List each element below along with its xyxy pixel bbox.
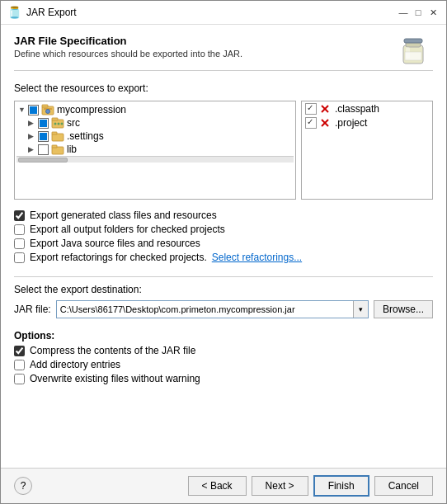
jar-file-label: JAR file:	[14, 304, 51, 315]
close-button[interactable]: ✕	[426, 6, 440, 19]
export-class-files-checkbox[interactable]	[14, 210, 25, 221]
select-refactorings-link[interactable]: Select refactorings...	[212, 252, 302, 263]
tree-arrow-settings: ▶	[28, 132, 38, 140]
option-row-2: Add directory entries	[14, 359, 433, 370]
cancel-button[interactable]: Cancel	[374, 476, 433, 496]
add-directory-label: Add directory entries	[30, 359, 120, 370]
tree-check-mycompression[interactable]	[28, 105, 39, 115]
options-label: Options:	[14, 330, 433, 341]
export-source-files-checkbox[interactable]	[14, 238, 25, 249]
compress-checkbox[interactable]	[14, 346, 25, 356]
next-button[interactable]: Next >	[252, 476, 308, 496]
export-output-folders-checkbox[interactable]	[14, 224, 25, 235]
section-desc: Define which resources should be exporte…	[14, 49, 433, 59]
project-check[interactable]	[305, 117, 317, 129]
overwrite-checkbox[interactable]	[14, 374, 25, 384]
footer: ? < Back Next > Finish Cancel	[1, 468, 446, 503]
back-button[interactable]: < Back	[188, 476, 247, 496]
window-title: JAR Export	[26, 7, 397, 18]
lib-folder-icon	[51, 144, 64, 155]
export-class-files-label: Export generated class files and resourc…	[30, 210, 217, 221]
browse-button[interactable]: Browse...	[374, 300, 433, 318]
main-content: JAR File Specification Define which reso…	[1, 25, 446, 468]
export-source-files-label: Export Java source files and resources	[30, 238, 200, 249]
tree-panel-container: ▼ mycompression ▶	[14, 101, 433, 200]
right-panel: .classpath .project	[301, 101, 433, 200]
checkbox-row-1: Export generated class files and resourc…	[14, 210, 433, 221]
tree-item-src[interactable]: ▶ src	[16, 116, 294, 130]
header-area: JAR File Specification Define which reso…	[14, 35, 433, 71]
svg-rect-15	[52, 132, 57, 134]
resource-tree[interactable]: ▼ mycompression ▶	[14, 101, 296, 200]
tree-label-lib: lib	[67, 144, 77, 155]
jar-file-input-wrapper: ▾	[56, 300, 369, 318]
right-item-classpath[interactable]: .classpath	[305, 103, 429, 115]
svg-rect-2	[404, 39, 422, 43]
dest-label: Select the export destination:	[14, 284, 433, 295]
tree-check-settings[interactable]	[38, 131, 49, 142]
jar-file-input[interactable]	[57, 301, 353, 318]
dest-row: JAR file: ▾ Browse...	[14, 300, 433, 318]
export-refactorings-checkbox[interactable]	[14, 252, 25, 263]
options-checkboxes: Compress the contents of the JAR file Ad…	[14, 345, 433, 384]
window-controls: — □ ✕	[397, 6, 440, 19]
tree-hscrollbar[interactable]	[16, 156, 294, 163]
option-row-3: Overwrite existing files without warning	[14, 373, 433, 384]
checkbox-row-3: Export Java source files and resources	[14, 238, 433, 249]
svg-rect-4	[405, 52, 421, 60]
jar-file-dropdown[interactable]: ▾	[353, 301, 368, 318]
export-options-section: Export generated class files and resourc…	[14, 210, 433, 263]
help-button[interactable]: ?	[14, 477, 32, 495]
finish-button[interactable]: Finish	[313, 475, 369, 497]
classpath-check[interactable]	[305, 103, 317, 115]
svg-point-12	[58, 123, 60, 125]
right-item-project[interactable]: .project	[305, 117, 429, 129]
x-icon-classpath	[320, 104, 330, 114]
tree-arrow-src: ▶	[28, 119, 38, 127]
tree-item-mycompression[interactable]: ▼ mycompression	[16, 103, 294, 116]
minimize-button[interactable]: —	[397, 6, 410, 19]
checkbox-row-2: Export all output folders for checked pr…	[14, 224, 433, 235]
tree-check-lib[interactable]	[38, 144, 49, 155]
section-title: JAR File Specification	[14, 35, 433, 47]
project-label: .project	[335, 117, 367, 129]
classpath-label: .classpath	[335, 103, 379, 115]
tree-arrow-lib: ▶	[28, 145, 38, 153]
option-row-1: Compress the contents of the JAR file	[14, 345, 433, 356]
jar-export-window: 🫙 JAR Export — □ ✕ JAR File Specificatio…	[0, 0, 447, 504]
tree-check-src[interactable]	[38, 118, 49, 129]
svg-rect-6	[42, 105, 48, 107]
export-refactorings-label: Export refactorings for checked projects…	[30, 252, 207, 263]
add-directory-checkbox[interactable]	[14, 360, 25, 370]
title-bar: 🫙 JAR Export — □ ✕	[1, 1, 446, 25]
tree-arrow-mycompression: ▼	[18, 106, 28, 114]
tree-label-src: src	[67, 117, 80, 129]
destination-section: Select the export destination: JAR file:…	[14, 276, 433, 318]
svg-point-11	[54, 123, 57, 125]
settings-folder-icon	[51, 131, 64, 142]
svg-rect-10	[52, 118, 58, 120]
compress-label: Compress the contents of the JAR file	[30, 345, 195, 356]
maximize-button[interactable]: □	[412, 6, 425, 19]
svg-point-8	[46, 110, 50, 114]
tree-item-settings[interactable]: ▶ .settings	[16, 130, 294, 143]
x-icon-project	[320, 118, 330, 128]
window-icon: 🫙	[7, 6, 21, 19]
src-icon	[51, 117, 64, 129]
checkbox-row-4: Export refactorings for checked projects…	[14, 252, 433, 263]
jar-icon	[393, 31, 433, 70]
svg-point-13	[61, 123, 64, 125]
options-section: Options: Compress the contents of the JA…	[14, 330, 433, 384]
project-icon	[41, 104, 54, 115]
tree-label-mycompression: mycompression	[57, 104, 126, 115]
export-output-folders-label: Export all output folders for checked pr…	[30, 224, 225, 235]
tree-item-lib[interactable]: ▶ lib	[16, 143, 294, 156]
tree-label-settings: .settings	[67, 130, 104, 142]
resources-label: Select the resources to export:	[14, 82, 433, 94]
svg-rect-17	[52, 145, 57, 148]
overwrite-label: Overwrite existing files without warning	[30, 373, 200, 384]
